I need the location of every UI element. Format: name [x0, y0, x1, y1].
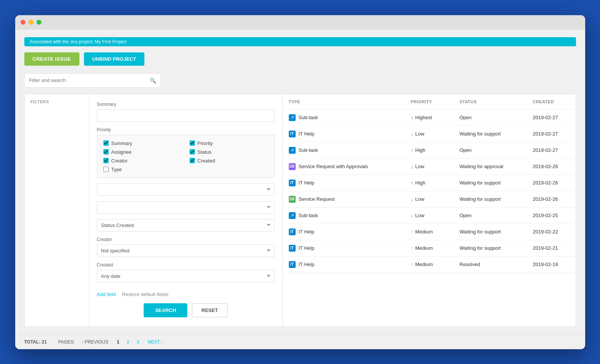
priority-label: Medium — [415, 245, 433, 251]
type-icon: SR — [289, 163, 296, 170]
priority-arrow-icon: ↑ — [411, 245, 413, 251]
footer: TOTAL: 21 PAGES: ‹ PREVIOUS 1 2 3 NEXT › — [15, 334, 585, 349]
page-1[interactable]: 1 — [117, 339, 120, 345]
type-label: IT Help — [299, 131, 315, 137]
type-icon: SR — [289, 196, 296, 203]
cell-type: IT IT Help — [283, 126, 405, 142]
chevron-right-icon: › — [161, 340, 163, 344]
type-icon: IT — [289, 261, 296, 268]
creator-select[interactable]: Not specified — [97, 244, 275, 257]
cell-created: 2019-02-27 — [527, 109, 576, 126]
cell-created: 2019-02-26 — [527, 158, 576, 175]
add-field-link[interactable]: Add field — [97, 292, 116, 297]
priority-label: High — [415, 147, 426, 153]
cell-created: 2019-02-27 — [527, 142, 576, 158]
cell-status: Waiting for support — [453, 175, 527, 191]
priority-arrow-icon: ↓ — [411, 213, 413, 219]
table-header-row: TYPE PRIORITY STATUS CREATED — [283, 94, 576, 110]
cell-priority: ↓ Low — [405, 207, 454, 224]
type-label: Sub-task — [299, 213, 318, 218]
checkbox-priority[interactable]: Priority — [190, 140, 268, 146]
cell-created: 2019-02-26 — [527, 175, 576, 191]
cell-created: 2019-02-22 — [527, 224, 576, 240]
next-button[interactable]: NEXT › — [148, 339, 163, 345]
checkbox-summary[interactable]: Summary — [103, 140, 182, 146]
prev-label[interactable]: PREVIOUS — [85, 339, 108, 345]
summary-input[interactable] — [97, 109, 275, 122]
unbind-project-button[interactable]: UNBIND PROJECT — [84, 52, 145, 66]
cell-status: Open — [453, 142, 527, 158]
priority-select[interactable]: Highest High Medium Low Lowest — [97, 183, 275, 196]
type-label: Service Request — [299, 196, 335, 202]
priority-arrow-icon: ↑ — [411, 262, 413, 268]
sidebar-header: FILTERS — [25, 94, 89, 108]
cell-status: Waiting for approval — [453, 158, 527, 175]
checkbox-created[interactable]: Created — [190, 158, 268, 164]
filter-buttons: SEARCH RESET — [97, 303, 275, 317]
titlebar — [15, 15, 585, 30]
search-icon: 🔍 — [150, 77, 156, 84]
cell-created: 2019-02-21 — [527, 240, 576, 256]
close-button[interactable] — [21, 20, 25, 25]
action-buttons: CREATE ISSUE UNBIND PROJECT — [24, 52, 576, 66]
priority-label: Highest — [415, 115, 432, 120]
priority-arrow-icon: ↓ — [411, 164, 413, 170]
prev-button[interactable]: ‹ PREVIOUS — [82, 339, 108, 345]
type-icon: ↗ — [289, 147, 296, 154]
priority-arrow-icon: ↑ — [411, 229, 413, 235]
creator-label: Creator — [97, 237, 275, 242]
priority-label: Medium — [415, 262, 433, 267]
created-select[interactable]: Any date — [97, 270, 275, 282]
col-header-priority: PRIORITY — [405, 94, 454, 110]
type-icon: IT — [289, 180, 296, 186]
table-row: SR Service Request with Approvals ↓ Low … — [283, 158, 576, 175]
restore-fields-link[interactable]: Restore default fields — [122, 292, 168, 297]
priority-label: Low — [415, 164, 424, 169]
minimize-button[interactable] — [28, 20, 33, 25]
maximize-button[interactable] — [36, 20, 41, 25]
checkbox-assignee[interactable]: Assignee — [103, 149, 182, 155]
page-2[interactable]: 2 — [127, 339, 130, 345]
main-area: FILTERS Summary Priority Summary Priorit… — [24, 94, 576, 327]
priority-arrow-icon: ↑ — [411, 180, 413, 186]
checkbox-creator[interactable]: Creator — [103, 158, 182, 164]
pages-label: PAGES: — [58, 339, 75, 345]
table-row: ↗ Sub-task ↓ Low Open 2019-02-25 — [283, 207, 576, 224]
search-button[interactable]: SEARCH — [144, 303, 187, 317]
next-label[interactable]: NEXT — [148, 339, 160, 345]
cell-priority: ↑ Medium — [405, 256, 454, 273]
assignee-select[interactable] — [97, 201, 275, 214]
cell-type: ↗ Sub-task — [283, 207, 405, 224]
cell-created: 2019-02-25 — [527, 207, 576, 224]
table-row: IT IT Help ↑ Medium Resolved 2019-02-18 — [283, 256, 576, 273]
app-window: Associated with the Jira project: My Fir… — [15, 15, 585, 349]
cell-created: 2019-02-26 — [527, 191, 576, 207]
checkbox-type[interactable]: Type — [103, 167, 182, 172]
cell-priority: ↑ High — [405, 142, 454, 158]
type-label: IT Help — [299, 262, 315, 267]
chevron-left-icon: ‹ — [82, 340, 84, 344]
col-header-created: CREATED — [527, 94, 576, 110]
table-row: IT IT Help ↑ High Waiting for support 20… — [283, 175, 576, 191]
priority-arrow-icon: ↑ — [411, 147, 413, 153]
type-icon: ↗ — [289, 114, 296, 121]
cell-type: SR Service Request — [283, 191, 405, 207]
search-input[interactable] — [29, 77, 150, 83]
reset-button[interactable]: RESET — [192, 303, 227, 317]
search-bar[interactable]: 🔍 — [24, 73, 161, 88]
cell-type: IT IT Help — [283, 240, 405, 256]
page-3[interactable]: 3 — [137, 339, 139, 345]
priority-arrow-icon: ↓ — [411, 131, 413, 137]
cell-status: Waiting for support — [453, 126, 527, 142]
cell-priority: ↑ Medium — [405, 224, 454, 240]
status-select[interactable]: Status Created — [97, 219, 275, 232]
priority-label: Low — [415, 196, 424, 202]
type-label: Sub-task — [299, 147, 318, 153]
cell-priority: ↓ Low — [405, 126, 454, 142]
summary-label: Summary — [97, 102, 275, 107]
create-issue-button[interactable]: CREATE ISSUE — [24, 52, 79, 66]
checkbox-status[interactable]: Status — [190, 149, 268, 155]
filters-panel: Summary Priority Summary Priority Assign… — [89, 94, 283, 327]
results-panel: TYPE PRIORITY STATUS CREATED ↗ Sub-task — [283, 94, 576, 327]
results-table: TYPE PRIORITY STATUS CREATED ↗ Sub-task — [283, 94, 576, 273]
